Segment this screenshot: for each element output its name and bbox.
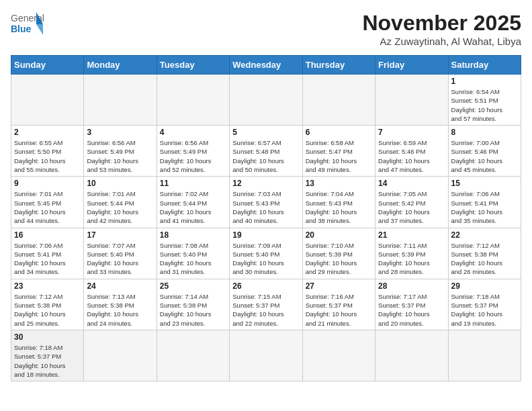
weekday-header: Tuesday [157,56,229,75]
day-number: 22 [451,230,518,240]
day-number: 5 [232,128,299,137]
day-number: 20 [306,230,372,240]
day-number: 23 [14,281,81,291]
weekday-header: Thursday [302,56,375,75]
day-number: 11 [160,179,226,188]
day-number: 8 [451,128,518,137]
day-info: Sunrise: 6:55 AM Sunset: 5:50 PM Dayligh… [14,138,81,174]
calendar-cell: 16Sunrise: 7:06 AM Sunset: 5:41 PM Dayli… [11,228,84,279]
day-info: Sunrise: 6:56 AM Sunset: 5:49 PM Dayligh… [87,138,153,174]
day-number: 27 [306,281,372,291]
calendar-row: 1Sunrise: 6:54 AM Sunset: 5:51 PM Daylig… [11,75,521,126]
day-info: Sunrise: 7:12 AM Sunset: 5:38 PM Dayligh… [14,292,81,328]
day-number: 3 [87,128,153,137]
month-title: November 2025 [362,11,521,36]
weekday-header: Monday [84,56,157,75]
calendar-cell [11,75,84,126]
calendar-cell [84,75,157,126]
calendar-row: 16Sunrise: 7:06 AM Sunset: 5:41 PM Dayli… [11,228,521,279]
day-info: Sunrise: 7:17 AM Sunset: 5:37 PM Dayligh… [378,292,445,328]
calendar-cell: 29Sunrise: 7:18 AM Sunset: 5:37 PM Dayli… [448,279,521,330]
day-number: 16 [14,230,81,240]
weekday-header-row: SundayMondayTuesdayWednesdayThursdayFrid… [11,56,521,75]
day-number: 6 [306,128,372,137]
calendar-cell: 18Sunrise: 7:08 AM Sunset: 5:40 PM Dayli… [157,228,229,279]
day-number: 25 [160,281,226,291]
calendar-cell: 27Sunrise: 7:16 AM Sunset: 5:37 PM Dayli… [302,279,375,330]
day-number: 14 [378,179,445,188]
day-info: Sunrise: 6:57 AM Sunset: 5:48 PM Dayligh… [232,138,299,174]
calendar-cell: 25Sunrise: 7:14 AM Sunset: 5:38 PM Dayli… [157,279,229,330]
day-info: Sunrise: 7:06 AM Sunset: 5:41 PM Dayligh… [14,241,81,277]
weekday-header: Sunday [11,56,84,75]
day-info: Sunrise: 7:03 AM Sunset: 5:43 PM Dayligh… [232,189,299,225]
logo: GeneralBlue [11,11,44,38]
calendar-row: 23Sunrise: 7:12 AM Sunset: 5:38 PM Dayli… [11,279,521,330]
day-info: Sunrise: 7:02 AM Sunset: 5:44 PM Dayligh… [160,189,226,225]
calendar-row: 30Sunrise: 7:18 AM Sunset: 5:37 PM Dayli… [11,330,521,381]
logo-svg: GeneralBlue [11,11,44,38]
calendar-cell [448,330,521,381]
calendar-cell: 13Sunrise: 7:04 AM Sunset: 5:43 PM Dayli… [302,177,375,228]
day-info: Sunrise: 7:12 AM Sunset: 5:38 PM Dayligh… [451,241,518,277]
day-number: 13 [306,179,372,188]
calendar-cell [230,75,302,126]
day-info: Sunrise: 6:54 AM Sunset: 5:51 PM Dayligh… [451,87,518,123]
day-number: 21 [378,230,445,240]
day-info: Sunrise: 7:05 AM Sunset: 5:42 PM Dayligh… [378,189,445,225]
calendar-cell: 8Sunrise: 7:00 AM Sunset: 5:46 PM Daylig… [448,126,521,177]
calendar-cell [157,330,229,381]
calendar-cell [230,330,302,381]
day-number: 17 [87,230,153,240]
calendar-cell [302,330,375,381]
day-info: Sunrise: 6:56 AM Sunset: 5:49 PM Dayligh… [160,138,226,174]
calendar-cell: 15Sunrise: 7:06 AM Sunset: 5:41 PM Dayli… [448,177,521,228]
page-header: GeneralBlue November 2025 Az Zuwaytinah,… [11,11,521,50]
day-info: Sunrise: 6:59 AM Sunset: 5:46 PM Dayligh… [378,138,445,174]
calendar-cell: 5Sunrise: 6:57 AM Sunset: 5:48 PM Daylig… [230,126,302,177]
svg-text:Blue: Blue [11,24,32,34]
day-number: 4 [160,128,226,137]
day-info: Sunrise: 7:09 AM Sunset: 5:40 PM Dayligh… [232,241,299,277]
day-info: Sunrise: 7:01 AM Sunset: 5:44 PM Dayligh… [87,189,153,225]
day-info: Sunrise: 7:07 AM Sunset: 5:40 PM Dayligh… [87,241,153,277]
day-number: 1 [451,77,518,86]
calendar-cell: 22Sunrise: 7:12 AM Sunset: 5:38 PM Dayli… [448,228,521,279]
day-number: 12 [232,179,299,188]
calendar-cell: 30Sunrise: 7:18 AM Sunset: 5:37 PM Dayli… [11,330,84,381]
calendar-row: 9Sunrise: 7:01 AM Sunset: 5:45 PM Daylig… [11,177,521,228]
day-number: 10 [87,179,153,188]
day-number: 15 [451,179,518,188]
day-info: Sunrise: 7:00 AM Sunset: 5:46 PM Dayligh… [451,138,518,174]
day-number: 7 [378,128,445,137]
day-info: Sunrise: 7:10 AM Sunset: 5:39 PM Dayligh… [306,241,372,277]
calendar-cell: 20Sunrise: 7:10 AM Sunset: 5:39 PM Dayli… [302,228,375,279]
day-info: Sunrise: 7:08 AM Sunset: 5:40 PM Dayligh… [160,241,226,277]
calendar-cell: 4Sunrise: 6:56 AM Sunset: 5:49 PM Daylig… [157,126,229,177]
calendar-cell: 12Sunrise: 7:03 AM Sunset: 5:43 PM Dayli… [230,177,302,228]
calendar-cell: 21Sunrise: 7:11 AM Sunset: 5:39 PM Dayli… [375,228,448,279]
day-number: 9 [14,179,81,188]
calendar-cell: 17Sunrise: 7:07 AM Sunset: 5:40 PM Dayli… [84,228,157,279]
weekday-header: Saturday [448,56,521,75]
calendar-cell: 3Sunrise: 6:56 AM Sunset: 5:49 PM Daylig… [84,126,157,177]
calendar-cell: 19Sunrise: 7:09 AM Sunset: 5:40 PM Dayli… [230,228,302,279]
weekday-header: Wednesday [230,56,302,75]
calendar-cell: 11Sunrise: 7:02 AM Sunset: 5:44 PM Dayli… [157,177,229,228]
day-number: 30 [14,332,81,342]
weekday-header: Friday [375,56,448,75]
calendar-cell [375,330,448,381]
day-number: 26 [232,281,299,291]
calendar-cell [302,75,375,126]
logo-container: GeneralBlue [11,11,44,38]
calendar-row: 2Sunrise: 6:55 AM Sunset: 5:50 PM Daylig… [11,126,521,177]
day-number: 18 [160,230,226,240]
calendar-cell: 14Sunrise: 7:05 AM Sunset: 5:42 PM Dayli… [375,177,448,228]
day-info: Sunrise: 7:18 AM Sunset: 5:37 PM Dayligh… [14,343,81,379]
location: Az Zuwaytinah, Al Wahat, Libya [362,36,521,47]
calendar-cell: 6Sunrise: 6:58 AM Sunset: 5:47 PM Daylig… [302,126,375,177]
day-number: 28 [378,281,445,291]
title-block: November 2025 Az Zuwaytinah, Al Wahat, L… [362,11,521,47]
day-info: Sunrise: 7:01 AM Sunset: 5:45 PM Dayligh… [14,189,81,225]
day-info: Sunrise: 7:15 AM Sunset: 5:37 PM Dayligh… [232,292,299,328]
